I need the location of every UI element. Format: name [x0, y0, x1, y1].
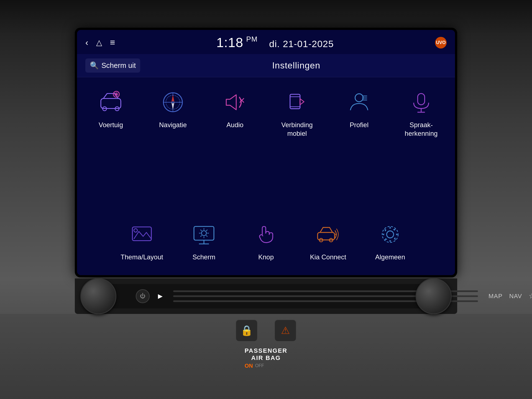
power-button[interactable]: ⏻	[136, 289, 150, 303]
algemeen-label: Algemeen	[375, 253, 405, 261]
settings-item-navigatie[interactable]: Navigatie	[142, 83, 204, 143]
map-button[interactable]: MAP	[488, 293, 503, 300]
svg-point-20	[355, 94, 363, 102]
kia-connect-icon	[314, 221, 342, 248]
thema-label: Thema/Layout	[121, 253, 163, 261]
svg-point-28	[134, 229, 137, 232]
settings-grid-row2: Thema/Layout	[77, 212, 455, 275]
spraak-icon	[407, 88, 435, 116]
menu-button[interactable]: ≡	[110, 37, 115, 48]
main-screen: ‹ △ ≡ 1:18 PM di. 21-01-2025 UVO 🔍 Scher…	[77, 30, 455, 275]
navigatie-label: Navigatie	[159, 121, 187, 129]
airbag-section: PASSENGER AIR BAG ON OFF	[245, 347, 288, 369]
lock-button[interactable]: 🔒	[236, 319, 258, 342]
airbag-status-row: ON OFF	[245, 363, 288, 369]
home-button[interactable]: △	[96, 38, 102, 47]
screen-bezel: ‹ △ ≡ 1:18 PM di. 21-01-2025 UVO 🔍 Scher…	[75, 28, 457, 277]
bottom-section: 🔒 ⚠ PASSENGER AIR BAG ON OFF	[0, 314, 532, 399]
hazard-button[interactable]: ⚠	[274, 319, 296, 342]
audio-icon	[221, 88, 249, 116]
settings-item-scherm[interactable]: Scherm	[173, 215, 235, 267]
settings-item-voertuig[interactable]: Voertuig	[80, 83, 142, 143]
profiel-icon	[345, 88, 373, 116]
hazard-icon: ⚠	[281, 325, 290, 336]
settings-item-verbinding[interactable]: Verbinding mobiel	[266, 83, 328, 143]
time-date-display: 1:18 PM di. 21-01-2025	[216, 35, 334, 50]
scherm-icon	[190, 221, 218, 248]
svg-point-45	[387, 231, 393, 238]
settings-item-algemeen[interactable]: Algemeen	[359, 215, 421, 267]
status-bar: ‹ △ ≡ 1:18 PM di. 21-01-2025 UVO	[77, 30, 455, 54]
svg-point-44	[335, 234, 337, 235]
knop-icon	[252, 221, 280, 248]
volume-indicator: ▶	[158, 293, 163, 300]
time-period: PM	[246, 35, 258, 43]
spraak-label: Spraak- herkenning	[405, 121, 438, 138]
search-bar: 🔍 Scherm uit Instellingen	[77, 54, 455, 77]
power-icon: ⏻	[140, 293, 145, 299]
screen-title: Instellingen	[146, 60, 447, 71]
svg-line-39	[206, 230, 208, 231]
date-display: di. 21-01-2025	[269, 39, 334, 49]
car-dashboard: ‹ △ ≡ 1:18 PM di. 21-01-2025 UVO 🔍 Scher…	[0, 0, 532, 399]
svg-rect-24	[418, 94, 424, 105]
nav-button[interactable]: NAV	[509, 293, 522, 300]
voertuig-icon	[97, 88, 125, 116]
search-label: Scherm uit	[101, 61, 136, 70]
settings-item-thema[interactable]: Thema/Layout	[111, 215, 173, 267]
control-panel-inner: ⏻ ▶ MAP NAV ☆ < SEEK TRACK > RADIO MEDIA…	[100, 284, 432, 308]
bottom-buttons: 🔒 ⚠	[236, 319, 296, 342]
airbag-label2: AIR BAG	[245, 354, 288, 362]
tune-knob[interactable]	[416, 278, 452, 314]
airbag-on-status: ON	[245, 363, 253, 369]
verbinding-icon	[283, 88, 311, 116]
settings-item-knop[interactable]: Knop	[235, 215, 297, 267]
profiel-label: Profiel	[350, 121, 369, 129]
thema-icon	[128, 221, 156, 248]
knop-label: Knop	[258, 253, 274, 261]
favorite-button[interactable]: ☆	[529, 292, 532, 300]
airbag-off-label: OFF	[255, 363, 264, 368]
audio-label: Audio	[226, 121, 243, 129]
settings-item-spraak[interactable]: Spraak- herkenning	[390, 83, 452, 143]
settings-grid-row1: Voertuig	[77, 77, 455, 212]
voertuig-label: Voertuig	[99, 121, 123, 129]
control-buttons: MAP NAV ☆ < SEEK TRACK > RADIO MEDIA SET…	[488, 289, 532, 303]
volume-knob[interactable]	[80, 278, 116, 314]
kia-connect-label: Kia Connect	[310, 253, 346, 261]
svg-line-37	[200, 230, 202, 231]
settings-item-audio[interactable]: Audio	[204, 83, 266, 143]
nav-controls: ‹ △ ≡	[85, 37, 115, 48]
control-panel: ⏻ ▶ MAP NAV ☆ < SEEK TRACK > RADIO MEDIA…	[75, 278, 457, 314]
verbinding-label: Verbinding mobiel	[281, 121, 313, 138]
uvo-badge: UVO	[435, 37, 447, 48]
svg-line-38	[206, 235, 208, 237]
svg-line-40	[200, 235, 202, 237]
scherm-label: Scherm	[193, 253, 216, 261]
navigatie-icon	[159, 88, 187, 116]
airbag-label: PASSENGER	[245, 347, 288, 354]
search-input-wrap[interactable]: 🔍 Scherm uit	[85, 58, 140, 73]
back-button[interactable]: ‹	[85, 37, 88, 48]
settings-item-kia-connect[interactable]: Kia Connect	[297, 215, 359, 267]
search-icon: 🔍	[90, 61, 99, 70]
lock-icon: 🔒	[241, 325, 253, 336]
time-display: 1:18	[216, 35, 243, 50]
svg-point-32	[201, 231, 206, 236]
algemeen-icon	[376, 221, 404, 248]
settings-item-profiel[interactable]: Profiel	[328, 83, 390, 143]
